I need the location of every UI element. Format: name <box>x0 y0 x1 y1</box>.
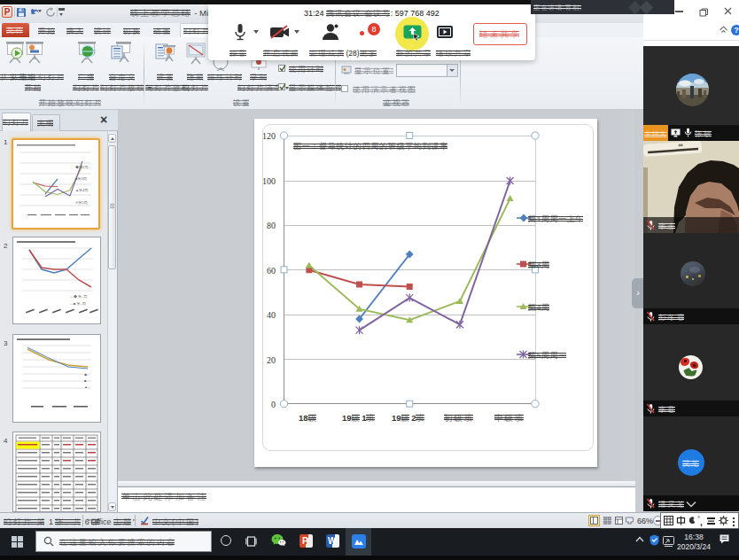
svg-text:▲..: ▲.. <box>84 385 89 389</box>
svg-text:—■ 第..周: —■ 第..周 <box>70 301 86 306</box>
svg-text:■..: ■.. <box>84 378 89 383</box>
svg-text:◆..: ◆.. <box>84 372 89 377</box>
svg-text:✳第5周..: ✳第5周.. <box>75 200 89 205</box>
svg-text:■第3周: ■第3周 <box>75 176 87 181</box>
svg-text:◆第1周..: ◆第1周.. <box>75 165 89 169</box>
svg-text:▲第4周: ▲第4周 <box>75 188 88 192</box>
svg-text:—◆ 第..周: —◆ 第..周 <box>70 294 87 299</box>
